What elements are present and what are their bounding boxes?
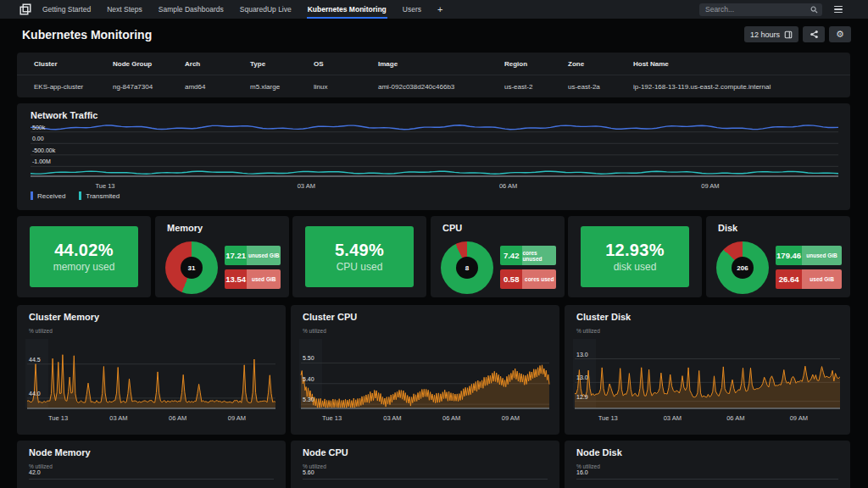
disk-unused-row: 179.46 unused GiB bbox=[776, 246, 842, 265]
node-disk-card: Node Disk % utilized 16.0 bbox=[565, 441, 850, 488]
node-cpu-card: Node CPU % utilized 5.60 bbox=[291, 441, 559, 488]
memory-donut-title: Memory bbox=[167, 223, 203, 233]
disk-donut-card: Disk 206 179.46 unused GiB 26.64 used Gi… bbox=[706, 216, 850, 297]
search-box bbox=[699, 3, 822, 16]
disk-donut-legend: 179.46 unused GiB 26.64 used GiB bbox=[776, 246, 842, 289]
memory-unused-value: 17.21 bbox=[225, 246, 247, 265]
memory-unused-label: unused GiB bbox=[247, 246, 281, 265]
node-memory-card: Node Memory % utilized 42.0 bbox=[17, 441, 286, 488]
received-swatch bbox=[31, 191, 33, 200]
cluster-disk-card: Cluster Disk % utilized 13.013.012.9Tue … bbox=[565, 305, 850, 435]
svg-text:13.0: 13.0 bbox=[576, 352, 588, 358]
cpu-donut-card: CPU 8 7.42 cores unused 0.58 cores used bbox=[431, 216, 565, 297]
squaredup-logo[interactable] bbox=[19, 3, 31, 16]
cell-region: us-east-2 bbox=[504, 83, 568, 91]
memory-donut-legend: 17.21 unused GiB 13.54 used GiB bbox=[225, 246, 281, 289]
cpu-unused-value: 7.42 bbox=[500, 246, 522, 265]
disk-donut-chart: 206 bbox=[716, 241, 769, 294]
col-os: OS bbox=[314, 60, 378, 68]
cluster-cpu-ylabel: % utilized bbox=[303, 328, 326, 334]
share-icon bbox=[810, 30, 819, 39]
cluster-memory-title: Cluster Memory bbox=[29, 312, 99, 322]
legend-transmitted[interactable]: Transmited bbox=[79, 191, 120, 200]
node-disk-title: Node Disk bbox=[576, 447, 622, 458]
legend-received-label: Received bbox=[37, 192, 65, 200]
node-memory-ytick: 42.0 bbox=[29, 469, 41, 475]
search-icon[interactable] bbox=[810, 6, 818, 14]
svg-text:06 AM: 06 AM bbox=[499, 182, 517, 190]
svg-text:Tue 13: Tue 13 bbox=[95, 182, 114, 190]
memory-used-kpi-card: 44.02% memory used bbox=[17, 216, 151, 297]
settings-button[interactable]: ⚙ bbox=[829, 26, 851, 42]
svg-text:09 AM: 09 AM bbox=[701, 182, 719, 190]
svg-text:5.50: 5.50 bbox=[303, 355, 314, 361]
cluster-disk-ylabel: % utilized bbox=[576, 328, 600, 334]
cpu-unused-label: cores unused bbox=[522, 246, 556, 265]
nav-right bbox=[699, 3, 844, 16]
cpu-used-label2: cores used bbox=[522, 269, 556, 289]
cpu-used-kpi: 5.49% CPU used bbox=[305, 226, 414, 287]
cluster-cpu-title: Cluster CPU bbox=[303, 312, 357, 322]
memory-used-kpi: 44.02% memory used bbox=[30, 226, 138, 287]
svg-text:03 AM: 03 AM bbox=[109, 414, 127, 422]
svg-text:13.0: 13.0 bbox=[576, 374, 588, 380]
svg-text:09 AM: 09 AM bbox=[228, 414, 246, 422]
cpu-donut-legend: 7.42 cores unused 0.58 cores used bbox=[500, 246, 556, 289]
search-input[interactable] bbox=[699, 5, 807, 14]
legend-transmitted-label: Transmited bbox=[86, 192, 120, 200]
memory-donut-card: Memory 31 17.21 unused GiB 13.54 used Gi… bbox=[155, 216, 289, 297]
memory-used-row: 13.54 used GiB bbox=[225, 269, 281, 289]
cell-cluster: EKS-app-cluster bbox=[34, 83, 113, 91]
node-memory-title: Node Memory bbox=[29, 447, 91, 458]
share-button[interactable] bbox=[803, 26, 825, 42]
table-header-row: Cluster Node Group Arch Type OS Image Re… bbox=[17, 53, 850, 75]
tab-next-steps[interactable]: Next Steps bbox=[106, 0, 143, 19]
kubernetes-monitoring-page: Getting Started Next Steps Sample Dashbo… bbox=[0, 0, 868, 488]
legend-received[interactable]: Received bbox=[31, 191, 65, 200]
node-cpu-ylabel: % utilized bbox=[303, 463, 326, 469]
table-row: EKS-app-cluster ng-847a7304 amd64 m5.xla… bbox=[17, 75, 850, 97]
tab-kubernetes-monitoring[interactable]: Kubernetes Monitoring bbox=[307, 0, 387, 19]
node-cpu-gridline bbox=[303, 479, 548, 480]
node-cpu-ytick: 5.60 bbox=[303, 469, 314, 475]
disk-donut-center: 206 bbox=[732, 257, 754, 279]
timeframe-panel-icon bbox=[784, 30, 793, 39]
cell-image: ami-092c038d240c466b3 bbox=[378, 83, 504, 91]
cpu-donut-chart: 8 bbox=[441, 241, 493, 294]
cluster-cpu-card: Cluster CPU % utilized 5.505.405.30Tue 1… bbox=[291, 305, 559, 435]
svg-text:44.5: 44.5 bbox=[29, 357, 41, 363]
disk-used-value2: 26.64 bbox=[776, 269, 802, 289]
add-dashboard-button[interactable]: + bbox=[437, 0, 443, 19]
disk-used-kpi-card: 12.93% disk used bbox=[568, 216, 702, 297]
svg-text:5.40: 5.40 bbox=[303, 376, 314, 382]
memory-used-label: memory used bbox=[53, 261, 115, 273]
disk-used-label: disk used bbox=[614, 261, 657, 273]
cluster-disk-title: Cluster Disk bbox=[576, 312, 631, 322]
cell-type: m5.xlarge bbox=[250, 83, 314, 91]
tab-squaredup-live[interactable]: SquaredUp Live bbox=[239, 0, 292, 19]
node-cpu-title: Node CPU bbox=[303, 447, 348, 458]
tab-users[interactable]: Users bbox=[402, 0, 422, 19]
svg-text:09 AM: 09 AM bbox=[502, 414, 520, 422]
memory-donut-center: 31 bbox=[181, 257, 203, 279]
node-disk-gridline bbox=[576, 479, 838, 480]
col-cluster: Cluster bbox=[34, 60, 113, 68]
svg-text:06 AM: 06 AM bbox=[169, 414, 186, 422]
node-disk-ylabel: % utilized bbox=[576, 463, 600, 469]
tab-getting-started[interactable]: Getting Started bbox=[42, 0, 92, 19]
menu-icon[interactable] bbox=[832, 4, 844, 15]
top-nav: Getting Started Next Steps Sample Dashbo… bbox=[0, 0, 868, 19]
svg-text:-1.00M: -1.00M bbox=[32, 158, 51, 164]
disk-used-kpi: 12.93% disk used bbox=[581, 226, 689, 287]
timeframe-button[interactable]: 12 hours bbox=[744, 26, 798, 42]
svg-text:Tue 13: Tue 13 bbox=[598, 414, 618, 422]
timeframe-label: 12 hours bbox=[750, 30, 780, 39]
memory-used-value: 44.02% bbox=[54, 241, 114, 260]
cpu-used-label: CPU used bbox=[337, 261, 383, 273]
header-actions: 12 hours ⚙ bbox=[744, 26, 851, 42]
cpu-donut-title: CPU bbox=[442, 223, 462, 233]
page-header: Kubernetes Monitoring 12 hours bbox=[0, 19, 868, 51]
tab-sample-dashboards[interactable]: Sample Dashboards bbox=[158, 0, 225, 19]
memory-unused-row: 17.21 unused GiB bbox=[225, 246, 281, 265]
col-arch: Arch bbox=[185, 60, 250, 68]
